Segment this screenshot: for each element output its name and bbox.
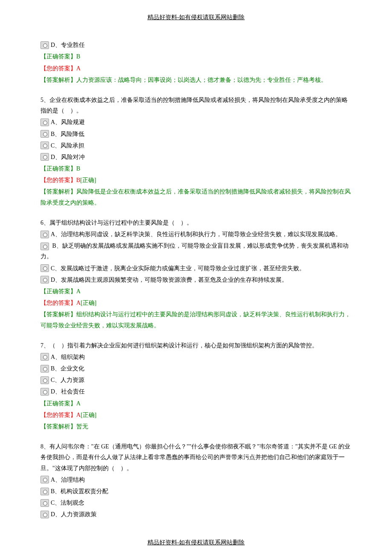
option-b-text: B、风险降低: [51, 129, 84, 139]
correct-answer-line: 【正确答案】B: [40, 163, 352, 174]
option-c-text: C、法制观念: [51, 497, 84, 508]
option-d-row: D、风险对冲: [40, 152, 352, 162]
correct-mark: [正确]: [80, 177, 96, 183]
option-d-row: D、社会责任: [40, 386, 352, 397]
option-b-row: B、风险降低: [40, 129, 352, 139]
radio-icon[interactable]: [40, 41, 49, 49]
option-a-row: A、组织架构: [40, 352, 352, 362]
option-d-text: D、风险对冲: [51, 152, 85, 162]
option-a-text: A、组织架构: [51, 352, 85, 362]
question-text: 5、企业在权衡成本效益之后，准备采取适当的控制措施降低风险或者减轻损失，将风险控…: [40, 95, 352, 116]
radio-icon[interactable]: [40, 119, 49, 126]
radio-icon[interactable]: [40, 153, 49, 161]
your-answer-line: 【您的答案】A[正确]: [40, 410, 352, 420]
your-answer-line: 【您的答案】A: [40, 63, 352, 74]
correct-answer-value: A: [76, 288, 81, 295]
radio-icon[interactable]: [40, 499, 49, 507]
option-a-text: A、治理结构形同虚设，缺乏科学决策、良性运行机制和执行力，可能导致企业经营失败，…: [51, 229, 341, 240]
question-8: 8、有人问韦尔奇："在 GE（通用电气）你最担心什么？""什么事会使你彻夜不眠？…: [40, 441, 352, 520]
question-4-tail: D、专业胜任 【正确答案】B 【您的答案】A 【答案解析】人力资源应该：战略导向…: [40, 40, 352, 85]
option-c-text: C、风险承担: [51, 140, 84, 151]
option-d-text: D、专业胜任: [51, 40, 85, 50]
your-answer-line: 【您的答案】B[正确]: [40, 175, 352, 185]
correct-answer-line: 【正确答案】B: [40, 51, 352, 62]
correct-mark: [正确]: [81, 300, 96, 306]
correct-answer-line: 【正确答案】A: [40, 398, 352, 409]
option-d-text: D、人力资源政策: [51, 509, 97, 520]
radio-icon[interactable]: [40, 488, 49, 495]
radio-icon[interactable]: [40, 130, 49, 138]
your-answer-label: 【您的答案】: [40, 65, 76, 72]
explanation-text: 风险降低是企业在权衡成本效益之后，准备采取适当的控制措施降低风险或者减轻损失，将…: [40, 188, 351, 205]
radio-icon[interactable]: [40, 231, 49, 238]
radio-icon[interactable]: [40, 353, 49, 361]
your-answer-value: A: [76, 65, 81, 72]
correct-answer-label: 【正确答案】: [40, 165, 76, 172]
question-7: 7、（ ）指引着力解决企业应如何进行组织架构设计和运行，核心是如何加强组织架构方…: [40, 340, 352, 432]
option-c-text: C、发展战略过于激进，脱离企业实际能力或偏离主业，可能导致企业过度扩张，甚至经营…: [51, 263, 305, 274]
option-d-row: D、专业胜任: [40, 40, 352, 50]
radio-icon[interactable]: [40, 388, 49, 396]
your-answer-label: 【您的答案】: [40, 412, 76, 418]
option-a-row: A、治理结构形同虚设，缺乏科学决策、良性运行机制和执行力，可能导致企业经营失败，…: [40, 229, 352, 240]
question-6: 6、属于组织结构设计与运行过程中的主要风险是（ ）。 A、治理结构形同虚设，缺乏…: [40, 217, 352, 331]
correct-answer-label: 【正确答案】: [40, 288, 76, 295]
explanation-label: 【答案解析】: [40, 188, 76, 195]
question-5: 5、企业在权衡成本效益之后，准备采取适当的控制措施降低风险或者减轻损失，将风险控…: [40, 95, 352, 208]
explanation-text: 人力资源应该：战略导向；因事设岗；以岗选人；德才兼备；以德为先；专业胜任；严格考…: [76, 77, 327, 83]
explanation-text: 暂无: [76, 423, 88, 430]
your-answer-line: 【您的答案】A[正确]: [40, 298, 352, 308]
page-footer: 精品好资料-如有侵权请联系网站删除: [40, 537, 352, 548]
option-d-text: D、发展战略因主观原因频繁变动，可能导致资源浪费，甚至危及企业的生存和持续发展。: [51, 275, 288, 285]
option-d-row: D、人力资源政策: [40, 509, 352, 520]
question-text: 7、（ ）指引着力解决企业应如何进行组织架构设计和运行，核心是如何加强组织架构方…: [40, 340, 352, 351]
your-answer-label: 【您的答案】: [40, 300, 76, 306]
correct-mark: [正确]: [81, 412, 96, 418]
correct-answer-label: 【正确答案】: [40, 400, 76, 407]
option-d-text: D、社会责任: [51, 386, 85, 397]
option-c-row: C、发展战略过于激进，脱离企业实际能力或偏离主业，可能导致企业过度扩张，甚至经营…: [40, 263, 352, 274]
correct-answer-label: 【正确答案】: [40, 53, 76, 60]
radio-icon[interactable]: [40, 511, 49, 518]
option-b-row: B、缺乏明确的发展战略或发展战略实施不到位，可能导致企业盲目发展，难以形成竞争优…: [40, 240, 352, 262]
explanation-line: 【答案解析】组织结构设计与运行过程中的主要风险的是治理结构形同虚设，缺乏科学决策…: [40, 309, 352, 330]
correct-answer-value: B: [76, 165, 80, 172]
radio-icon[interactable]: [40, 243, 49, 250]
explanation-line: 【答案解析】暂无: [40, 421, 352, 432]
option-b-text: B、企业文化: [51, 363, 84, 374]
correct-answer-value: B: [76, 53, 80, 60]
question-text: 8、有人问韦尔奇："在 GE（通用电气）你最担心什么？""什么事会使你彻夜不眠？…: [40, 441, 352, 474]
your-answer-value: A: [76, 412, 81, 418]
radio-icon[interactable]: [40, 264, 49, 272]
your-answer-label: 【您的答案】: [40, 177, 76, 183]
option-b-row: B、机构设置权责分配: [40, 486, 352, 497]
question-text: 6、属于组织结构设计与运行过程中的主要风险是（ ）。: [40, 217, 352, 228]
option-a-text: A、风险规避: [51, 117, 85, 127]
correct-answer-line: 【正确答案】A: [40, 286, 352, 297]
option-b-text: B、缺乏明确的发展战略或发展战略实施不到位，可能导致企业盲目发展，难以形成竞争优…: [40, 243, 349, 260]
option-c-row: C、风险承担: [40, 140, 352, 151]
option-c-text: C、人力资源: [51, 375, 84, 385]
radio-icon[interactable]: [40, 376, 49, 384]
explanation-line: 【答案解析】风险降低是企业在权衡成本效益之后，准备采取适当的控制措施降低风险或者…: [40, 186, 352, 208]
option-b-row: B、企业文化: [40, 363, 352, 374]
your-answer-value: A: [76, 300, 81, 306]
option-a-row: A、治理结构: [40, 474, 352, 485]
option-c-row: C、人力资源: [40, 375, 352, 385]
option-a-text: A、治理结构: [51, 474, 85, 485]
radio-icon[interactable]: [40, 476, 49, 483]
explanation-text: 组织结构设计与运行过程中的主要风险的是治理结构形同虚设，缺乏科学决策、良性运行机…: [40, 311, 351, 328]
option-d-row: D、发展战略因主观原因频繁变动，可能导致资源浪费，甚至危及企业的生存和持续发展。: [40, 275, 352, 285]
radio-icon[interactable]: [40, 142, 49, 149]
radio-icon[interactable]: [40, 365, 49, 373]
explanation-label: 【答案解析】: [40, 423, 76, 430]
option-b-text: B、机构设置权责分配: [51, 486, 108, 497]
explanation-line: 【答案解析】人力资源应该：战略导向；因事设岗；以岗选人；德才兼备；以德为先；专业…: [40, 75, 352, 85]
explanation-label: 【答案解析】: [40, 77, 76, 83]
option-a-row: A、风险规避: [40, 117, 352, 127]
radio-icon[interactable]: [40, 276, 49, 283]
page-header: 精品好资料-如有侵权请联系网站删除: [40, 12, 352, 23]
explanation-label: 【答案解析】: [40, 311, 76, 318]
option-c-row: C、法制观念: [40, 497, 352, 508]
your-answer-value: B: [76, 177, 80, 183]
